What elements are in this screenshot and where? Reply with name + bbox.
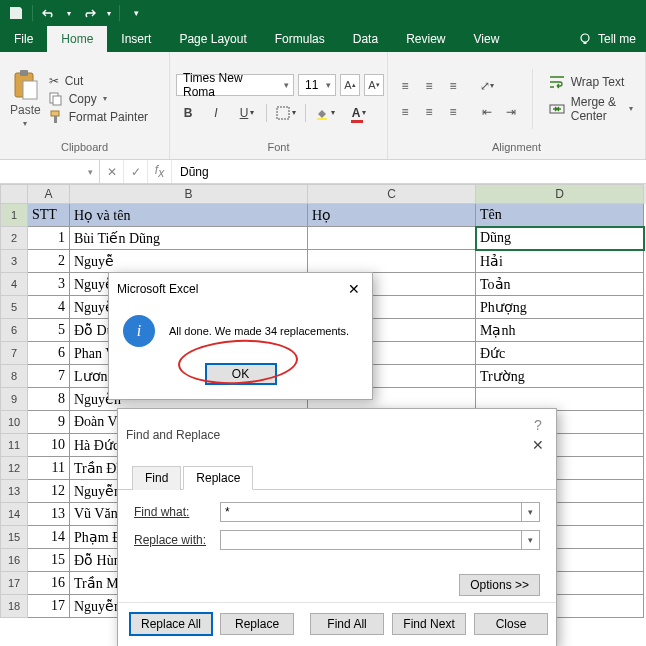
row-header[interactable]: 5 (0, 296, 28, 319)
font-size-select[interactable]: 11 (298, 74, 336, 96)
cell[interactable]: 3 (28, 273, 70, 296)
name-box[interactable] (0, 160, 100, 183)
find-what-input[interactable]: * (220, 502, 522, 522)
row-header[interactable]: 6 (0, 319, 28, 342)
row-header[interactable]: 13 (0, 480, 28, 503)
fx-icon[interactable]: fx (148, 160, 172, 183)
cancel-icon[interactable]: ✕ (100, 160, 124, 183)
cell[interactable]: Trường (476, 365, 644, 388)
font-color-button[interactable]: A (344, 102, 374, 124)
save-icon[interactable] (4, 2, 28, 24)
tab-formulas[interactable]: Formulas (261, 26, 339, 52)
increase-indent-icon[interactable]: ⇥ (500, 102, 522, 122)
align-center-icon[interactable]: ≡ (418, 102, 440, 122)
row-header[interactable]: 16 (0, 549, 28, 572)
tab-insert[interactable]: Insert (107, 26, 165, 52)
replace-with-input[interactable] (220, 530, 522, 550)
decrease-font-icon[interactable]: A▾ (364, 74, 384, 96)
tab-home[interactable]: Home (47, 26, 107, 52)
underline-button[interactable]: U (232, 102, 262, 124)
row-header[interactable]: 2 (0, 227, 28, 250)
cell[interactable]: 16 (28, 572, 70, 595)
cell[interactable]: 8 (28, 388, 70, 411)
cell[interactable]: 2 (28, 250, 70, 273)
align-middle-icon[interactable]: ≡ (418, 76, 440, 96)
find-what-dropdown-icon[interactable]: ▾ (522, 502, 540, 522)
col-header-C[interactable]: C (308, 184, 476, 204)
cell[interactable]: Phượng (476, 296, 644, 319)
cut-button[interactable]: ✂Cut (49, 74, 148, 88)
paste-button[interactable]: Paste ▾ (6, 67, 45, 130)
cell[interactable]: 17 (28, 595, 70, 618)
row-header[interactable]: 10 (0, 411, 28, 434)
cell[interactable]: 6 (28, 342, 70, 365)
cell[interactable]: Nguyễ (70, 250, 308, 273)
row-header[interactable]: 4 (0, 273, 28, 296)
replace-button[interactable]: Replace (220, 613, 294, 635)
tab-review[interactable]: Review (392, 26, 459, 52)
redo-dropdown-icon[interactable]: ▾ (103, 2, 115, 24)
cell[interactable]: Hải (476, 250, 644, 273)
tell-me[interactable]: Tell me (568, 32, 646, 46)
fill-color-button[interactable] (310, 102, 340, 124)
italic-button[interactable]: I (204, 102, 228, 124)
align-bottom-icon[interactable]: ≡ (442, 76, 464, 96)
copy-button[interactable]: Copy▾ (49, 92, 148, 106)
align-right-icon[interactable]: ≡ (442, 102, 464, 122)
col-header-B[interactable]: B (70, 184, 308, 204)
help-icon[interactable]: ? (528, 415, 548, 435)
formula-input[interactable]: Dũng (172, 160, 646, 183)
cell[interactable]: Dũng (476, 227, 644, 250)
row-header[interactable]: 1 (0, 204, 28, 227)
cell[interactable]: 10 (28, 434, 70, 457)
row-header[interactable]: 7 (0, 342, 28, 365)
row-header[interactable]: 9 (0, 388, 28, 411)
replace-with-dropdown-icon[interactable]: ▾ (522, 530, 540, 550)
cell[interactable] (308, 227, 476, 250)
font-name-select[interactable]: Times New Roma (176, 74, 294, 96)
row-header[interactable]: 15 (0, 526, 28, 549)
cell[interactable]: Mạnh (476, 319, 644, 342)
redo-icon[interactable] (77, 2, 101, 24)
cell[interactable]: 5 (28, 319, 70, 342)
cell[interactable]: Bùi Tiến Dũng (70, 227, 308, 250)
cell[interactable]: 12 (28, 480, 70, 503)
tab-page-layout[interactable]: Page Layout (165, 26, 260, 52)
close-button[interactable]: Close (474, 613, 548, 635)
cell[interactable]: Đức (476, 342, 644, 365)
cell[interactable]: Toản (476, 273, 644, 296)
cell[interactable]: 7 (28, 365, 70, 388)
increase-font-icon[interactable]: A▴ (340, 74, 360, 96)
decrease-indent-icon[interactable]: ⇤ (476, 102, 498, 122)
replace-all-button[interactable]: Replace All (130, 613, 212, 635)
cell[interactable]: 14 (28, 526, 70, 549)
tab-replace[interactable]: Replace (183, 466, 253, 490)
merge-center-button[interactable]: Merge & Center▾ (543, 95, 639, 123)
col-header-D[interactable]: D (476, 184, 644, 204)
wrap-text-button[interactable]: Wrap Text (543, 75, 639, 89)
find-next-button[interactable]: Find Next (392, 613, 466, 635)
close-icon[interactable]: ✕ (528, 435, 548, 455)
row-header[interactable]: 12 (0, 457, 28, 480)
row-header[interactable]: 14 (0, 503, 28, 526)
cell[interactable] (308, 250, 476, 273)
select-all-corner[interactable] (0, 184, 28, 204)
borders-button[interactable] (271, 102, 301, 124)
options-button[interactable]: Options >> (459, 574, 540, 596)
cell[interactable]: 9 (28, 411, 70, 434)
col-header-A[interactable]: A (28, 184, 70, 204)
cell[interactable]: 4 (28, 296, 70, 319)
close-icon[interactable]: ✕ (344, 279, 364, 299)
orientation-icon[interactable]: ⤢▾ (476, 76, 498, 96)
ok-button[interactable]: OK (205, 363, 277, 385)
tab-view[interactable]: View (460, 26, 514, 52)
bold-button[interactable]: B (176, 102, 200, 124)
row-header[interactable]: 3 (0, 250, 28, 273)
customize-qat-icon[interactable]: ▾ (124, 2, 148, 24)
cell[interactable]: 13 (28, 503, 70, 526)
cell[interactable]: Họ (308, 204, 476, 227)
cell[interactable]: Tên (476, 204, 644, 227)
row-header[interactable]: 18 (0, 595, 28, 618)
undo-dropdown-icon[interactable]: ▾ (63, 2, 75, 24)
tab-data[interactable]: Data (339, 26, 392, 52)
